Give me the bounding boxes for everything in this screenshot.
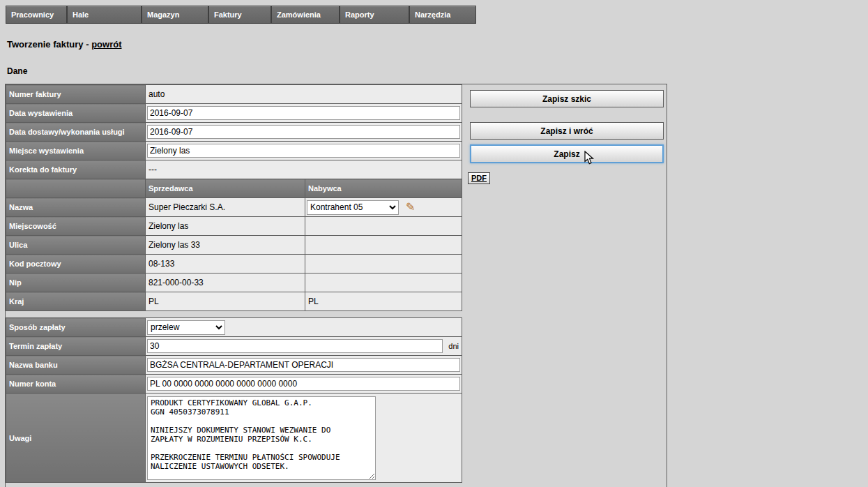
table-row: Ulica Zielony las 33 — [6, 236, 462, 255]
miejscowosc-buyer-value — [305, 217, 462, 236]
termin-zaplaty-label: Termin zapłaty — [6, 337, 146, 356]
table-row: Uwagi PRODUKT CERTYFIKOWANY GLOBAL G.A.P… — [6, 394, 462, 483]
table-row: Kod pocztowy 08-133 — [6, 255, 462, 274]
nav-item-pracownicy[interactable]: Pracownicy — [6, 6, 67, 24]
kod-pocztowy-label: Kod pocztowy — [6, 255, 146, 274]
back-link[interactable]: powrót — [91, 39, 121, 50]
nazwa-label: Nazwa — [6, 198, 146, 217]
termin-zaplaty-input[interactable] — [147, 339, 443, 353]
numer-konta-input[interactable] — [147, 377, 460, 391]
nip-seller-value: 821-000-00-33 — [146, 274, 305, 292]
kraj-buyer-value: PL — [305, 292, 462, 311]
data-dostawy-label: Data dostawy/wykonania usługi — [6, 123, 146, 142]
ulica-label: Ulica — [6, 236, 146, 255]
save-button[interactable]: Zapisz — [470, 144, 664, 163]
uwagi-label: Uwagi — [6, 394, 146, 483]
section-title: Dane — [7, 66, 868, 76]
invoice-form: Numer faktury auto Data wystawienia Data… — [6, 84, 462, 483]
miejscowosc-seller-value: Zielony las — [146, 217, 305, 236]
save-return-button[interactable]: Zapisz i wróć — [470, 122, 664, 140]
data-dostawy-input[interactable] — [147, 125, 460, 139]
invoice-payment-table: Sposób zapłaty przelew Termin zapłaty dn… — [6, 317, 462, 483]
kod-pocztowy-buyer-value — [305, 255, 462, 274]
miejscowosc-label: Miejscowość — [6, 217, 146, 236]
table-row: Sposób zapłaty przelew — [6, 318, 462, 337]
data-wystawienia-input[interactable] — [147, 106, 460, 120]
kraj-seller-value: PL — [146, 292, 305, 311]
table-row: Data wystawienia — [6, 104, 462, 123]
nazwa-banku-cell — [146, 356, 462, 375]
nazwa-buyer-cell: Kontrahent 05 ✎ — [305, 198, 462, 217]
numer-faktury-value: auto — [146, 85, 462, 104]
page-title-text: Tworzenie faktury - — [7, 39, 89, 50]
table-row: Korekta do faktury --- — [6, 160, 462, 179]
table-row: Numer konta — [6, 375, 462, 394]
nip-label: Nip — [6, 274, 146, 292]
page-title: Tworzenie faktury - powrót — [7, 39, 868, 50]
termin-zaplaty-cell: dni — [146, 337, 462, 356]
data-dostawy-cell — [146, 123, 462, 142]
invoice-main-table: Numer faktury auto Data wystawienia Data… — [6, 84, 462, 311]
table-row: Nazwa Super Pieczarki S.A. Kontrahent 05… — [6, 198, 462, 217]
nav-item-magazyn[interactable]: Magazyn — [142, 6, 208, 24]
table-row: Termin zapłaty dni — [6, 337, 462, 356]
ulica-seller-value: Zielony las 33 — [146, 236, 305, 255]
miejsce-wystawienia-cell — [146, 142, 462, 160]
nav-item-hale[interactable]: Hale — [67, 6, 142, 24]
termin-zaplaty-suffix: dni — [448, 342, 459, 350]
nav-item-faktury[interactable]: Faktury — [208, 6, 271, 24]
kod-pocztowy-seller-value: 08-133 — [146, 255, 305, 274]
data-wystawienia-cell — [146, 104, 462, 123]
korekta-label: Korekta do faktury — [6, 160, 146, 179]
table-row: Nip 821-000-00-33 — [6, 274, 462, 292]
parties-spacer-cell — [6, 179, 146, 198]
uwagi-cell: PRODUKT CERTYFIKOWANY GLOBAL G.A.P. GGN … — [146, 394, 462, 483]
nabywca-select[interactable]: Kontrahent 05 — [307, 200, 399, 215]
nav-item-zamowienia[interactable]: Zamówienia — [271, 6, 340, 24]
sprzedawca-header: Sprzedawca — [146, 179, 305, 198]
nazwa-banku-input[interactable] — [147, 358, 460, 372]
data-wystawienia-label: Data wystawienia — [6, 104, 146, 123]
sposob-zaplaty-cell: przelew — [146, 318, 462, 337]
table-row: Miejsce wystawienia — [6, 142, 462, 160]
uwagi-textarea[interactable]: PRODUKT CERTYFIKOWANY GLOBAL G.A.P. GGN … — [147, 396, 376, 480]
numer-faktury-label: Numer faktury — [6, 85, 146, 104]
miejsce-wystawienia-label: Miejsce wystawienia — [6, 142, 146, 160]
numer-konta-cell — [146, 375, 462, 394]
korekta-value: --- — [146, 160, 462, 179]
miejsce-wystawienia-input[interactable] — [147, 144, 460, 158]
sposob-zaplaty-select[interactable]: przelew — [147, 320, 225, 335]
pdf-button[interactable]: PDF — [468, 172, 490, 184]
table-row: Nazwa banku — [6, 356, 462, 375]
nav-item-narzedzia[interactable]: Narzędzia — [409, 6, 476, 24]
top-nav: Pracownicy Hale Magazyn Faktury Zamówien… — [6, 6, 868, 24]
table-row: Numer faktury auto — [6, 85, 462, 104]
table-row: Miejscowość Zielony las — [6, 217, 462, 236]
actions-panel: Zapisz szkic Zapisz i wróć Zapisz PDF — [462, 84, 669, 184]
parties-header-row: Sprzedawca Nabywca — [6, 179, 462, 198]
ulica-buyer-value — [305, 236, 462, 255]
sposob-zaplaty-label: Sposób zapłaty — [6, 318, 146, 337]
nabywca-header: Nabywca — [305, 179, 462, 198]
table-row: Kraj PL PL — [6, 292, 462, 311]
nip-buyer-value — [305, 274, 462, 292]
table-row: Data dostawy/wykonania usługi — [6, 123, 462, 142]
nazwa-seller-value: Super Pieczarki S.A. — [146, 198, 305, 217]
nazwa-banku-label: Nazwa banku — [6, 356, 146, 375]
invoice-form-container: Numer faktury auto Data wystawienia Data… — [5, 84, 667, 487]
edit-contractor-icon[interactable]: ✎ — [406, 202, 415, 213]
kraj-label: Kraj — [6, 292, 146, 311]
save-draft-button[interactable]: Zapisz szkic — [470, 90, 664, 107]
numer-konta-label: Numer konta — [6, 375, 146, 394]
nav-item-raporty[interactable]: Raporty — [340, 6, 409, 24]
